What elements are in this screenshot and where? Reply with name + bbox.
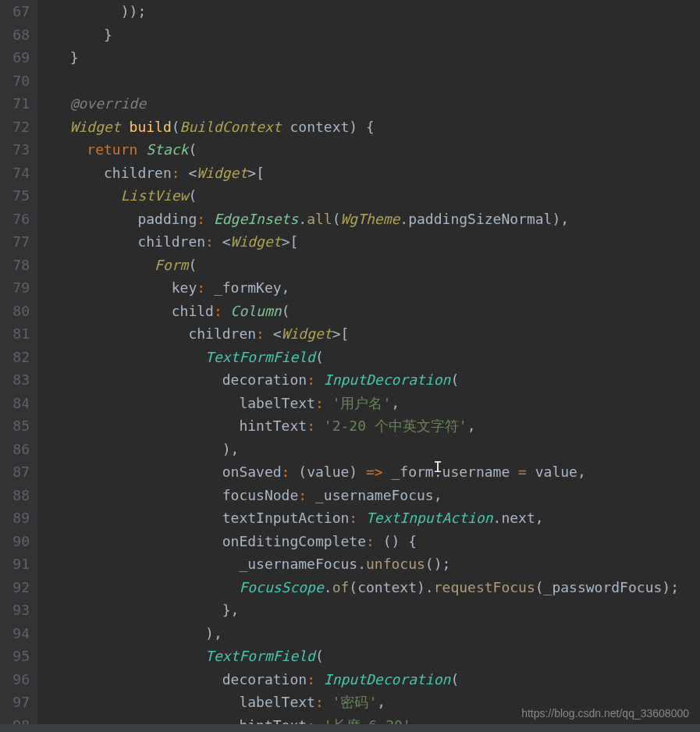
token-op: (	[188, 257, 197, 273]
token-param: children	[104, 165, 172, 181]
code-line[interactable]: textInputAction: TextInputAction.next,	[53, 506, 700, 530]
token-punct: :	[366, 533, 375, 549]
token-op: ,	[377, 694, 386, 710]
code-line[interactable]: Form(	[53, 254, 700, 277]
token-op: _formKey,	[205, 279, 290, 296]
code-line[interactable]: padding: EdgeInsets.all(WgTheme.paddingS…	[53, 208, 700, 231]
token-punct: :	[214, 303, 222, 319]
token-op: () {	[375, 533, 417, 549]
token-op: <	[214, 233, 231, 250]
token-punct: :	[307, 671, 315, 688]
code-line[interactable]: Widget build(BuildContext context) {	[53, 115, 700, 139]
line-number: 81	[0, 322, 30, 346]
token-op: >[	[332, 325, 350, 342]
code-line[interactable]: labelText: '用户名',	[53, 392, 700, 415]
token-op: <	[265, 325, 282, 342]
code-line[interactable]: child: Column(	[53, 300, 700, 323]
token-punct: :	[307, 418, 315, 434]
token-op	[315, 418, 324, 434]
token-op: (	[282, 303, 290, 319]
code-line[interactable]: ),	[53, 438, 700, 461]
token-param: textInputAction	[222, 510, 350, 526]
token-param: labelText	[239, 395, 315, 411]
token-op: ),	[205, 625, 222, 641]
code-line[interactable]: ));	[53, 0, 700, 23]
token-op: (_passwordFocus);	[535, 579, 679, 595]
token-op	[324, 395, 332, 411]
token-keyword: return	[87, 141, 137, 158]
token-op: _usernameFocus.	[239, 556, 366, 572]
token-op: _form.username	[383, 464, 518, 480]
code-line[interactable]: onEditingComplete: () {	[53, 530, 700, 553]
code-line[interactable]: children: <Widget>[	[53, 230, 700, 254]
token-op: ,	[391, 395, 400, 411]
token-punct: :	[315, 694, 324, 710]
token-punct: :	[307, 371, 315, 388]
token-param: decoration	[222, 371, 307, 388]
line-number: 83	[0, 368, 30, 392]
token-yellow: build	[130, 119, 172, 135]
line-number: 76	[0, 208, 30, 231]
code-line[interactable]: return Stack(	[53, 138, 700, 162]
line-number: 84	[0, 392, 30, 415]
token-op	[315, 371, 324, 388]
token-op: (	[188, 187, 197, 204]
code-line[interactable]: children: <Widget>[	[53, 162, 700, 185]
token-param: focusNode	[222, 487, 299, 503]
code-line[interactable]: decoration: InputDecoration(	[53, 668, 700, 691]
code-line[interactable]: TextFormField(	[53, 645, 700, 668]
line-number: 73	[0, 138, 30, 162]
code-line[interactable]: children: <Widget>[	[53, 322, 700, 346]
token-op: value,	[527, 464, 586, 480]
token-param: children	[137, 233, 205, 250]
line-number: 87	[0, 460, 30, 484]
line-number: 97	[0, 691, 30, 714]
token-op: >[	[282, 233, 299, 250]
token-param: onEditingComplete	[222, 533, 366, 549]
token-teal: FocusScope	[239, 579, 323, 595]
token-op	[357, 510, 366, 526]
token-op: },	[222, 602, 240, 618]
line-number-gutter: 6768697071727374757677787980818283848586…	[0, 0, 37, 732]
code-line[interactable]: focusNode: _usernameFocus,	[53, 484, 700, 507]
code-area[interactable]: )); } } @override Widget build(BuildCont…	[37, 0, 700, 732]
code-line[interactable]: TextFormField(	[53, 346, 700, 369]
code-line[interactable]: ),	[53, 622, 700, 645]
code-line[interactable]: key: _formKey,	[53, 276, 700, 300]
token-param: key	[172, 279, 197, 296]
token-type2: Column	[231, 303, 282, 319]
token-method: all	[307, 211, 332, 227]
token-punct: :	[205, 233, 214, 250]
line-number: 69	[0, 46, 30, 69]
line-number: 71	[0, 92, 30, 115]
token-op: >[	[247, 165, 265, 181]
code-line[interactable]: },	[53, 599, 700, 622]
token-op: (	[172, 119, 180, 135]
code-editor[interactable]: 6768697071727374757677787980818283848586…	[0, 0, 700, 732]
token-method: requestFocus	[434, 579, 535, 595]
code-line[interactable]: FocusScope.of(context).requestFocus(_pas…	[53, 576, 700, 599]
token-param: child	[172, 303, 214, 319]
code-line[interactable]: @override	[53, 92, 700, 115]
token-param: onSaved	[222, 464, 282, 480]
code-line[interactable]: onSaved: (value) => _form.username = val…	[53, 460, 700, 484]
token-type2: Stack	[146, 141, 188, 158]
code-line[interactable]	[53, 69, 700, 93]
token-op	[137, 141, 146, 158]
code-line[interactable]: }	[53, 46, 700, 69]
code-line[interactable]: hintText: '2-20 个中英文字符',	[53, 414, 700, 438]
token-method: unfocus	[366, 556, 425, 572]
code-line[interactable]: _usernameFocus.unfocus();	[53, 553, 700, 576]
token-op	[205, 211, 214, 227]
token-type: Widget	[197, 165, 247, 181]
token-type: WgTheme	[341, 211, 400, 227]
code-line[interactable]: decoration: InputDecoration(	[53, 368, 700, 392]
token-string: '用户名'	[332, 395, 392, 411]
token-op: (	[315, 349, 324, 365]
line-number: 95	[0, 645, 30, 668]
token-teal: TextFormField	[205, 648, 315, 664]
code-line[interactable]: ListView(	[53, 184, 700, 208]
code-line[interactable]: }	[53, 23, 700, 47]
line-number: 74	[0, 162, 30, 185]
line-number: 92	[0, 576, 30, 599]
